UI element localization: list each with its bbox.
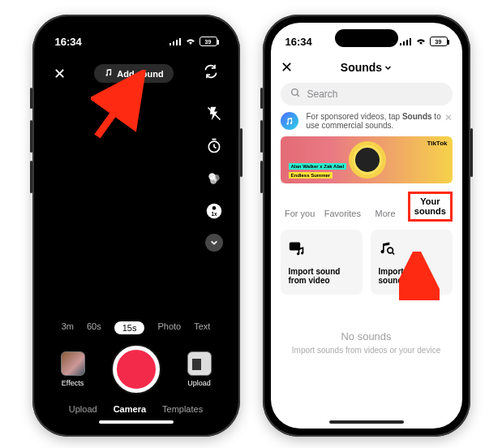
import-video-label: Import sound from video xyxy=(289,267,354,285)
status-time: 16:34 xyxy=(285,36,312,48)
record-button[interactable] xyxy=(113,346,160,393)
search-placeholder: Search xyxy=(307,88,338,100)
empty-title: No sounds xyxy=(271,330,462,342)
svg-point-17 xyxy=(291,89,298,96)
dismiss-tip-button[interactable]: ✕ xyxy=(444,112,453,123)
add-sound-label: Add sound xyxy=(117,69,163,79)
sounds-badge-icon xyxy=(281,112,298,130)
duration-option[interactable]: 60s xyxy=(87,321,101,334)
upload-thumb xyxy=(187,351,212,376)
mode-tab[interactable]: Upload xyxy=(69,404,97,414)
tab-more[interactable]: More xyxy=(366,205,405,222)
battery-level: 39 xyxy=(435,39,442,45)
hw-button xyxy=(240,128,242,177)
battery-icon: 39 xyxy=(200,37,217,46)
flash-icon[interactable] xyxy=(204,104,224,123)
svg-rect-3 xyxy=(179,38,181,45)
hw-button xyxy=(470,128,473,177)
mode-tabs[interactable]: Upload Camera Templates xyxy=(41,404,232,414)
empty-subtitle: Import sounds from videos or your device xyxy=(271,346,462,355)
duration-option[interactable]: Text xyxy=(194,321,210,334)
home-indicator[interactable] xyxy=(329,420,404,424)
hw-button xyxy=(260,88,263,109)
wifi-icon xyxy=(415,37,427,45)
svg-point-8 xyxy=(210,177,217,183)
svg-text:1x: 1x xyxy=(211,211,217,217)
mode-tab-active[interactable]: Camera xyxy=(114,404,146,414)
status-time: 16:34 xyxy=(55,36,82,48)
sounds-screen: 16:34 39 ✕ Sounds xyxy=(271,23,462,429)
effects-label: Effects xyxy=(62,379,84,387)
duration-selector[interactable]: 3m 60s 15s Photo Text xyxy=(41,321,232,334)
upload-button[interactable]: Upload xyxy=(187,351,212,387)
dynamic-island xyxy=(335,29,398,47)
upload-label: Upload xyxy=(187,379,211,387)
flip-camera-icon[interactable] xyxy=(200,60,222,87)
svg-rect-0 xyxy=(169,43,171,45)
battery-level: 39 xyxy=(205,39,212,45)
svg-line-18 xyxy=(297,94,299,97)
mode-tab[interactable]: Templates xyxy=(162,404,203,414)
svg-rect-15 xyxy=(406,40,408,45)
hw-button xyxy=(260,161,263,193)
wifi-icon xyxy=(185,37,196,45)
tiktok-logo-text: TikTok xyxy=(427,140,447,147)
svg-line-21 xyxy=(392,252,394,255)
svg-point-11 xyxy=(212,206,216,210)
hw-button xyxy=(260,120,263,153)
svg-rect-16 xyxy=(410,38,411,45)
svg-point-20 xyxy=(387,248,393,253)
promo-track: Endless Summer xyxy=(289,172,333,179)
effects-thumb xyxy=(61,351,85,376)
cellular-icon xyxy=(400,37,412,45)
video-music-icon xyxy=(289,241,354,259)
duration-option[interactable]: 3m xyxy=(62,321,74,334)
hw-button xyxy=(30,88,32,109)
tab-favorites[interactable]: Favorites xyxy=(323,205,363,222)
svg-rect-13 xyxy=(400,43,401,45)
search-input[interactable]: Search xyxy=(281,83,453,106)
music-note-icon xyxy=(104,68,113,79)
svg-rect-2 xyxy=(176,40,178,45)
close-button[interactable]: ✕ xyxy=(50,62,69,86)
promo-art xyxy=(349,141,386,179)
timer-icon[interactable] xyxy=(204,136,224,156)
duration-option-active[interactable]: 15s xyxy=(114,321,145,334)
tab-your-sounds[interactable]: Your sounds xyxy=(408,192,452,222)
battery-icon: 39 xyxy=(430,37,448,46)
hw-button xyxy=(30,120,32,153)
search-icon xyxy=(290,88,301,101)
close-button[interactable]: ✕ xyxy=(281,58,297,76)
music-search-icon xyxy=(379,241,444,259)
tab-for-you[interactable]: For you xyxy=(281,205,320,222)
more-tools-button[interactable] xyxy=(205,234,223,252)
add-sound-button[interactable]: Add sound xyxy=(94,64,173,83)
sounds-tabs[interactable]: For you Favorites More Your sounds xyxy=(281,192,453,222)
dynamic-island xyxy=(105,29,168,47)
cellular-icon xyxy=(169,37,182,45)
chevron-down-icon xyxy=(384,61,392,74)
import-from-video-card[interactable]: Import sound from video xyxy=(281,230,363,295)
commercial-sounds-tip: For sponsored videos, tap Sounds to use … xyxy=(281,112,453,130)
phone-right-frame: 16:34 39 ✕ Sounds xyxy=(263,15,470,437)
svg-rect-1 xyxy=(173,41,174,45)
promo-artist: Alan Walker x Zak Abel xyxy=(289,163,347,170)
svg-rect-14 xyxy=(403,41,405,45)
page-title[interactable]: Sounds xyxy=(302,61,431,74)
import-local-sound-card[interactable]: Import local sound xyxy=(371,230,453,295)
speed-icon[interactable]: 1x xyxy=(204,201,224,221)
camera-screen: 16:34 39 ✕ Add sound xyxy=(41,23,232,429)
promo-banner[interactable]: Alan Walker x Zak Abel Endless Summer Ti… xyxy=(281,136,453,183)
filters-icon[interactable] xyxy=(204,169,224,188)
home-indicator[interactable] xyxy=(99,420,174,424)
tip-text: For sponsored videos, tap Sounds to use … xyxy=(307,112,453,130)
camera-tool-rail: 1x xyxy=(204,104,224,252)
phone-left-frame: 16:34 39 ✕ Add sound xyxy=(32,15,240,437)
import-local-label: Import local sound xyxy=(379,267,444,285)
hw-button xyxy=(30,161,32,193)
effects-button[interactable]: Effects xyxy=(61,351,85,387)
duration-option[interactable]: Photo xyxy=(157,321,181,334)
